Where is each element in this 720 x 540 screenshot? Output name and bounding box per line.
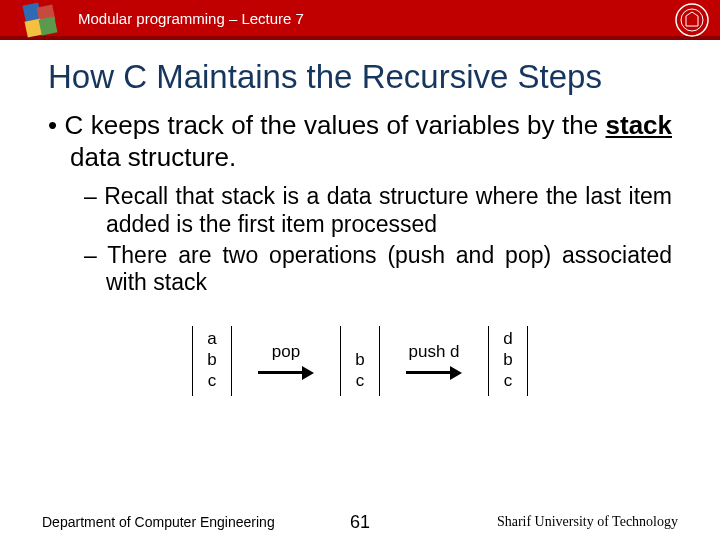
stack-cell: c [504, 370, 513, 391]
sub-bullet-list: Recall that stack is a data structure wh… [48, 183, 672, 296]
arrow-icon [258, 366, 314, 380]
stack-diagram: a b c pop b c push d d b c [48, 326, 672, 396]
sub-bullet-2: There are two operations (push and pop) … [84, 242, 672, 296]
footer-university: Sharif University of Technology [497, 514, 678, 530]
stack-state-1: a b c [192, 326, 232, 396]
svg-rect-3 [39, 17, 58, 36]
slide-header: Modular programming – Lecture 7 [0, 0, 720, 40]
bullet-text-suffix: data structure. [70, 142, 236, 172]
stack-cell: c [356, 370, 365, 391]
stack-cell [358, 328, 363, 349]
stack-cell: b [207, 349, 216, 370]
header-title: Modular programming – Lecture 7 [78, 10, 304, 27]
stack-keyword: stack [606, 110, 673, 140]
op-label-push: push d [408, 342, 459, 362]
slide-content: How C Maintains the Recursive Steps C ke… [0, 40, 720, 396]
operation-pop: pop [258, 342, 314, 380]
stack-state-3: d b c [488, 326, 528, 396]
main-bullet: C keeps track of the values of variables… [48, 110, 672, 173]
stack-cell: c [208, 370, 217, 391]
page-number: 61 [350, 512, 370, 533]
bullet-text-prefix: C keeps track of the values of variables… [65, 110, 606, 140]
arrow-icon [406, 366, 462, 380]
stack-cell: b [503, 349, 512, 370]
slide-title: How C Maintains the Recursive Steps [48, 58, 672, 96]
sub-bullet-1: Recall that stack is a data structure wh… [84, 183, 672, 237]
stack-cell: a [207, 328, 216, 349]
footer-department: Department of Computer Engineering [42, 514, 275, 530]
operation-push: push d [406, 342, 462, 380]
slide-footer: Department of Computer Engineering 61 Sh… [0, 514, 720, 530]
stack-cell: d [503, 328, 512, 349]
university-seal-icon [674, 2, 710, 38]
puzzle-logo-icon [18, 0, 62, 42]
stack-cell: b [355, 349, 364, 370]
stack-state-2: b c [340, 326, 380, 396]
op-label-pop: pop [272, 342, 300, 362]
